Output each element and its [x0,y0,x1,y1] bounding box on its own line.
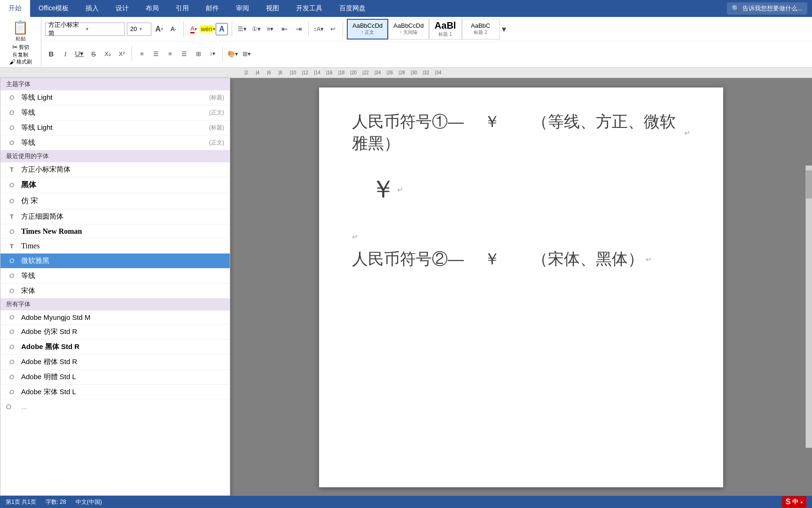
font-item-fangsong[interactable]: O 仿 宋 [0,193,230,209]
search-bar[interactable]: 🔍 告诉我您想要做什么... [727,2,807,15]
tab-mail[interactable]: 邮件 [197,0,227,17]
font-item-fzxiaobiaosong[interactable]: T 方正小标宋简体 [0,162,230,177]
font-icon-T2: T [6,213,17,220]
font-name-text: 宋体 [21,286,224,295]
font-item-dengxian-3[interactable]: O 等线 [0,268,230,283]
font-item-adobe-mingti[interactable]: O Adobe 明體 Std L [0,369,230,384]
numbered-list-button[interactable]: ①▾ [250,23,262,35]
doc-line1[interactable]: 人民币符号①— ￥ （等线、方正、微软雅黑） ↵ [352,111,690,154]
copy-button[interactable]: ⎘ 复制 [13,51,28,58]
italic-button[interactable]: I [59,48,71,60]
doc-line3[interactable]: 人民币符号②— ￥ （宋体、黑体） ↵ [352,248,690,270]
doc-yen-symbol[interactable]: ￥ ↵ [371,173,690,206]
text-color-button[interactable]: A ▾ [187,23,200,35]
tab-review[interactable]: 审阅 [227,0,258,17]
align-right-button[interactable]: ≡ [164,48,176,60]
font-icon: O [6,287,17,294]
tab-start[interactable]: 开始 [0,0,30,17]
justify-button[interactable]: ☰ [178,48,190,60]
tab-dev[interactable]: 开发工具 [288,0,331,17]
font-item-fzxiyuan[interactable]: T 方正细圆简体 [0,209,230,224]
document-area: 人民币符号①— ￥ （等线、方正、微软雅黑） ↵ ￥ ↵ ↵ 人民币符号②— ￥… [230,78,812,496]
bold-button[interactable]: B [45,48,57,60]
align-left-button[interactable]: ≡ [136,48,148,60]
font-item-weruanyahei[interactable]: O 微软雅黑 [0,253,230,268]
font-type-tag: (正文) [209,139,224,147]
border-button[interactable]: ⊞▾ [241,48,253,60]
subscript-button[interactable]: X₂ [102,48,114,60]
tab-bar: 开始 Office模板 插入 设计 布局 引用 邮件 审阅 视图 开发工具 百度… [0,0,812,17]
distributed-button[interactable]: ⊞ [192,48,204,60]
font-item-adobe-fangsong[interactable]: O Adobe 仿宋 Std R [0,324,230,339]
font-name-text: Times [21,242,224,250]
font-name-text: Adobe 楷体 Std R [21,357,224,366]
font-panel: 主题字体 O 等线 Light (标题) O 等线 (正文) O 等线 Ligh… [0,78,230,496]
font-item-times-new-roman[interactable]: O Times New Roman [0,224,230,238]
tab-reference[interactable]: 引用 [167,0,197,17]
font-icon: O [6,314,17,321]
font-icon: O [6,182,17,189]
tab-baidu[interactable]: 百度网盘 [331,0,374,17]
sort-button[interactable]: ↕A▾ [312,23,325,35]
font-item-times[interactable]: T Times [0,238,230,253]
tab-view[interactable]: 视图 [258,0,288,17]
font-name-dropdown[interactable]: 方正小标宋简 ▾ [45,23,125,36]
lang-status: 中文(中国) [76,498,102,506]
font-item-songti[interactable]: O 宋体 [0,283,230,298]
font-icon: O [6,343,17,350]
font-icon-T3: T [6,243,17,250]
tab-layout[interactable]: 布局 [137,0,167,17]
font-item-dengxian-2[interactable]: O 等线 (正文) [0,135,230,150]
cut-button[interactable]: ✂ 剪切 [12,43,29,51]
font-item-adobe-songti[interactable]: O Adobe 宋体 Std L [0,384,230,399]
search-text: 告诉我您想要做什么... [742,4,803,13]
underline-button[interactable]: U▾ [73,48,86,60]
font-item-dengxian-1[interactable]: O 等线 (正文) [0,105,230,120]
tab-design[interactable]: 设计 [107,0,137,17]
highlight-button[interactable]: wén ▾ [202,23,214,35]
multilevel-list-button[interactable]: ≡▾ [264,23,276,35]
document-page: 人民币符号①— ￥ （等线、方正、微软雅黑） ↵ ￥ ↵ ↵ 人民币符号②— ￥… [319,87,723,487]
tab-insert[interactable]: 插入 [77,0,107,17]
font-name-text: 等线 Light [21,93,209,102]
font-grow-button[interactable]: A+ [153,23,165,35]
font-item-dengxian-light-1[interactable]: O 等线 Light (标题) [0,90,230,105]
font-item-adobe-kaiti[interactable]: O Adobe 楷体 Std R [0,354,230,369]
line-spacing-button[interactable]: ↕▾ [206,48,219,60]
style-heading2[interactable]: AaBbC 标题 2 [462,19,500,40]
bullet-list-button[interactable]: ☰▾ [236,23,248,35]
font-item-adobe-heiti[interactable]: O Adobe 黑体 Std R [0,339,230,354]
font-item-dengxian-light-2[interactable]: O 等线 Light (标题) [0,120,230,135]
separator6 [222,46,223,61]
font-icon: O [6,109,17,116]
show-marks-button[interactable]: ↩ [327,23,339,35]
font-item-heiti[interactable]: O 黑体 [0,177,230,193]
format-brush-button[interactable]: 🖌 格式刷 [9,58,32,65]
font-size-dropdown[interactable]: 20 ▾ [127,23,151,36]
font-name-text: 仿 宋 [21,196,224,206]
style-more[interactable]: ▾ [500,23,509,35]
font-name-text: 等线 Light [21,123,209,132]
text-effect-button[interactable]: A [216,23,228,35]
align-center-button[interactable]: ☰ [150,48,162,60]
increase-indent-button[interactable]: ⇥ [292,23,304,35]
font-icon: O [6,124,17,131]
separator3 [308,22,309,37]
superscript-button[interactable]: X² [116,48,128,60]
font-name-text: 等线 [21,138,209,147]
scrollbar-thumb[interactable] [806,170,812,198]
font-shrink-button[interactable]: A- [167,23,180,35]
style-heading1[interactable]: AaBl 标题 1 [429,19,462,40]
style-normal[interactable]: AaBbCcDd ↑ 正文 [347,19,388,40]
section-all-fonts: 所有字体 [0,298,230,310]
font-item-adobe-myungjo[interactable]: O Adobe Myungjo Std M [0,310,230,324]
word-count: 字数: 28 [46,498,66,506]
style-no-spacing[interactable]: AaBbCcDd ↑ 无间隔 [388,19,429,40]
shading-button[interactable]: 🎨▾ [226,48,239,60]
section-theme-fonts: 主题字体 [0,78,230,90]
decrease-indent-button[interactable]: ⇤ [278,23,290,35]
paste-button[interactable]: 📋 粘贴 [11,19,30,43]
doc-scrollbar[interactable] [805,166,812,448]
tab-office[interactable]: Office模板 [30,0,77,17]
strikethrough-button[interactable]: S [87,48,100,60]
